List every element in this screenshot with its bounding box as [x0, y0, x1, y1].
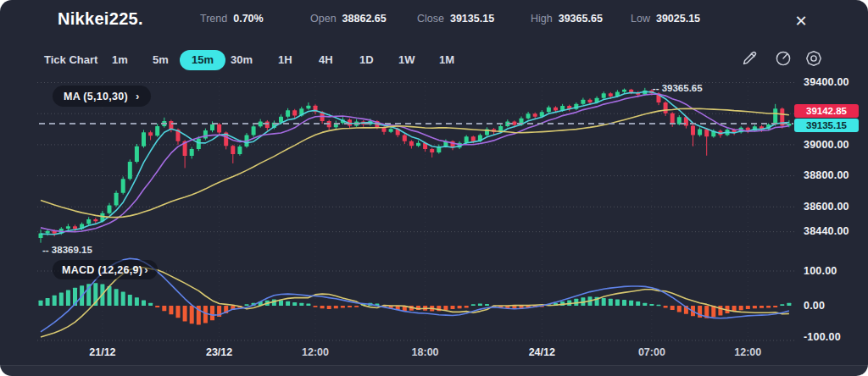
- pencil-icon[interactable]: [737, 47, 761, 71]
- stat-low: Low39025.15: [631, 13, 700, 25]
- timeframe-5m[interactable]: 5m: [149, 50, 172, 70]
- stat-value: 39135.15: [450, 13, 494, 25]
- tick-chart-button[interactable]: Tick Chart: [41, 50, 101, 70]
- timeframe-1h[interactable]: 1H: [275, 50, 296, 70]
- ma-lines-layer: [41, 91, 789, 234]
- timeframe-4h[interactable]: 4H: [315, 50, 337, 70]
- stat-value: 38862.65: [342, 13, 387, 25]
- chevron-right-icon: ›: [136, 90, 140, 102]
- timeframe-15m-selected[interactable]: 15m: [180, 50, 225, 70]
- ma-indicator-pill[interactable]: MA (5,10,30)›: [53, 86, 151, 107]
- price-axis-label: 38800.00: [804, 169, 849, 181]
- timeframe-30m[interactable]: 30m: [227, 50, 256, 70]
- gear-icon[interactable]: [802, 47, 826, 71]
- low-annotation: -- 38369.15: [42, 245, 92, 255]
- macd-axis-label: 0.00: [804, 300, 825, 312]
- macd-indicator-label: MACD (12,26,9): [62, 264, 142, 276]
- macd-indicator-pill[interactable]: MACD (12,26,9)›: [53, 260, 158, 279]
- macd-axis-label: 100.00: [804, 265, 837, 277]
- candles-layer: [39, 88, 792, 243]
- price-axis-label: 38600.00: [804, 201, 849, 213]
- price-axis-label: 39400.00: [804, 76, 849, 88]
- symbol-title: Nikkei225.: [58, 9, 143, 29]
- timeframe-1m[interactable]: 1m: [108, 50, 131, 70]
- timeframe-1d[interactable]: 1D: [356, 50, 377, 70]
- stat-label: Low: [631, 13, 650, 25]
- price-badge-current: 39135.15: [794, 119, 859, 132]
- stat-label: High: [531, 13, 553, 25]
- stat-trend: Trend0.70%: [200, 13, 264, 25]
- chevron-right-icon: ›: [144, 263, 148, 276]
- price-badge-red: 39142.85: [794, 104, 859, 118]
- stat-label: Trend: [200, 13, 227, 25]
- trading-chart-window: -- 39365.65-- 38369.15 Nikkei225. Trend0…: [0, 0, 868, 376]
- close-icon[interactable]: ✕: [788, 8, 814, 34]
- stat-label: Open: [310, 13, 337, 25]
- ma-indicator-label: MA (5,10,30): [64, 91, 128, 102]
- high-annotation: -- 39365.65: [653, 83, 703, 93]
- price-axis-label: 39000.00: [804, 139, 849, 151]
- price-axis-label: 38440.00: [804, 225, 849, 237]
- timeframe-1w[interactable]: 1W: [395, 50, 419, 70]
- stat-value: 39025.15: [656, 13, 700, 25]
- compass-icon[interactable]: [771, 47, 795, 71]
- bottom-strip: [0, 365, 868, 376]
- stat-open: Open38862.65: [310, 13, 387, 25]
- stat-close: Close39135.15: [417, 13, 494, 25]
- stat-label: Close: [417, 13, 444, 25]
- stat-value: 39365.65: [559, 13, 603, 25]
- macd-axis-label: -100.00: [804, 331, 841, 343]
- stat-value: 0.70%: [233, 13, 263, 25]
- timeframe-1m-month[interactable]: 1M: [436, 50, 458, 70]
- stat-high: High39365.65: [531, 13, 603, 25]
